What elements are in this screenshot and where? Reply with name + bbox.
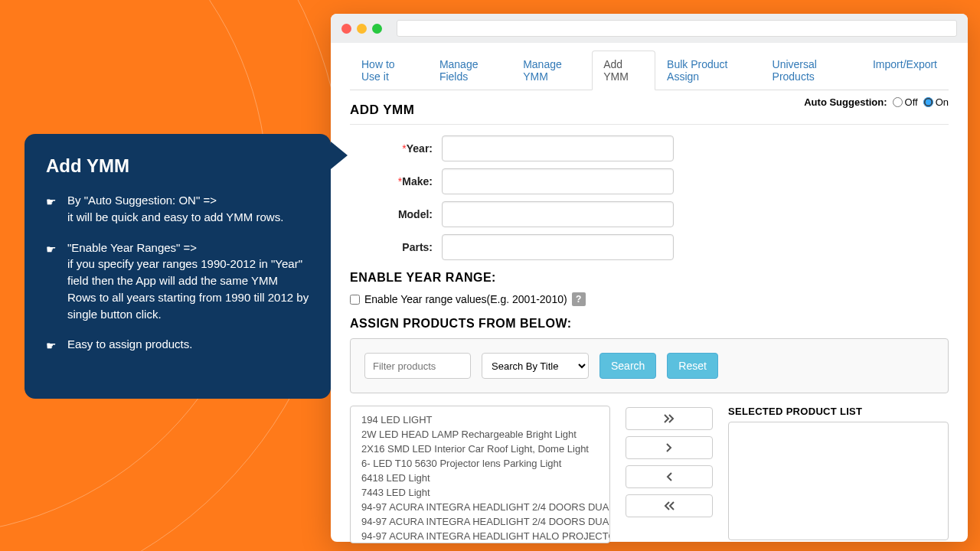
add-button[interactable] (626, 436, 713, 459)
tab-manage-ymm[interactable]: Manage YMM (511, 51, 592, 90)
double-chevron-right-icon (664, 414, 675, 423)
tab-manage-fields[interactable]: Manage Fields (428, 51, 511, 90)
auto-suggestion-group: Auto Suggestion: Off On (804, 96, 949, 108)
tab-bar: How to Use itManage FieldsManage YMMAdd … (350, 51, 949, 90)
product-item[interactable]: 6418 LED Light (351, 471, 609, 485)
callout-point: ☛By "Auto Suggestion: ON" => it will be … (46, 192, 309, 226)
tab-how-to-use-it[interactable]: How to Use it (350, 51, 428, 90)
auto-suggestion-off[interactable]: Off (893, 96, 918, 108)
auto-suggestion-label: Auto Suggestion: (804, 96, 887, 108)
add-all-button[interactable] (626, 407, 713, 430)
selected-list-title: SELECTED PRODUCT LIST (728, 406, 949, 417)
remove-button[interactable] (626, 465, 713, 488)
product-item[interactable]: 6- LED T10 5630 Projector lens Parking L… (351, 456, 609, 471)
search-button[interactable]: Search (599, 353, 656, 379)
make-input[interactable] (442, 168, 674, 194)
hand-point-icon: ☛ (46, 241, 60, 323)
auto-suggestion-on[interactable]: On (923, 96, 949, 108)
help-icon[interactable]: ? (572, 292, 586, 306)
double-chevron-left-icon (664, 501, 675, 510)
tab-add-ymm[interactable]: Add YMM (592, 51, 655, 90)
search-by-select[interactable]: Search By Title (482, 353, 589, 379)
reset-button[interactable]: Reset (667, 353, 718, 379)
product-item[interactable]: 2W LED HEAD LAMP Rechargeable Bright Lig… (351, 427, 609, 442)
product-item[interactable]: 194 LED LIGHT (351, 412, 609, 427)
product-item[interactable]: 94-97 ACURA INTEGRA HEADLIGHT HALO PROJE… (351, 529, 609, 543)
enable-year-range-title: ENABLE YEAR RANGE: (350, 271, 949, 285)
maximize-icon[interactable] (372, 24, 382, 34)
callout-title: Add YMM (46, 155, 309, 177)
product-item[interactable]: 94-97 ACURA INTEGRA HEADLIGHT 2/4 DOORS … (351, 500, 609, 514)
product-item[interactable]: 94-97 ACURA INTEGRA HEADLIGHT 2/4 DOORS … (351, 514, 609, 529)
filter-box: Search By Title Search Reset (350, 338, 949, 393)
address-bar[interactable] (397, 20, 957, 37)
callout-point: ☛"Enable Year Ranges" => if you specify … (46, 240, 309, 323)
filter-products-input[interactable] (364, 353, 471, 379)
enable-year-range-checkbox[interactable] (350, 295, 360, 305)
selected-product-list[interactable] (728, 422, 949, 540)
model-input[interactable] (442, 201, 674, 227)
tab-import-export[interactable]: Import/Export (861, 51, 949, 90)
tab-bulk-product-assign[interactable]: Bulk Product Assign (655, 51, 761, 90)
hand-point-icon: ☛ (46, 337, 60, 354)
year-input[interactable] (442, 135, 674, 161)
parts-input[interactable] (442, 234, 674, 260)
window-chrome (331, 14, 968, 43)
assign-products-title: ASSIGN PRODUCTS FROM BELOW: (350, 317, 949, 331)
feature-callout: Add YMM ☛By "Auto Suggestion: ON" => it … (24, 134, 331, 399)
callout-pointer (331, 142, 348, 169)
chevron-left-icon (665, 472, 673, 481)
tab-universal-products[interactable]: Universal Products (761, 51, 861, 90)
chevron-right-icon (665, 443, 673, 452)
transfer-buttons (626, 406, 713, 543)
product-item[interactable]: 7443 LED Light (351, 485, 609, 500)
enable-year-range-label: Enable Year range values(E.g. 2001-2010) (364, 293, 567, 305)
remove-all-button[interactable] (626, 494, 713, 517)
product-item[interactable]: 2X16 SMD LED Interior Car Roof Light, Do… (351, 442, 609, 456)
close-icon[interactable] (341, 24, 351, 34)
callout-point: ☛Easy to assign products. (46, 336, 309, 354)
hand-point-icon: ☛ (46, 194, 60, 226)
product-list[interactable]: 194 LED LIGHT2W LED HEAD LAMP Rechargeab… (350, 406, 610, 543)
app-window: How to Use itManage FieldsManage YMMAdd … (331, 14, 968, 542)
minimize-icon[interactable] (357, 24, 367, 34)
